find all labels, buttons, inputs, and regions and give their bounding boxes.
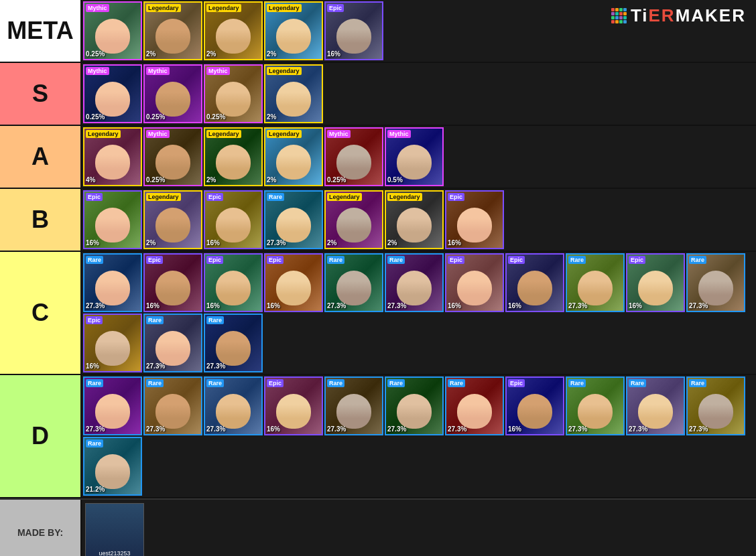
char-card[interactable]: Mythic0.25% <box>83 64 142 123</box>
char-face <box>638 394 673 429</box>
char-face <box>155 331 190 366</box>
char-face <box>578 394 613 429</box>
char-face <box>638 271 673 305</box>
char-card[interactable]: Mythic0.25% <box>83 1 142 60</box>
char-card[interactable]: Mythic0.25% <box>324 127 383 186</box>
char-card[interactable]: Legendary2% <box>204 1 263 60</box>
char-card[interactable]: Legendary2% <box>143 190 202 249</box>
char-card[interactable]: Rare27.3% <box>686 376 745 435</box>
rarity-badge: Legendary <box>267 4 302 12</box>
rate-text: 2% <box>327 239 336 247</box>
char-face <box>397 208 432 242</box>
rate-text: 27.3% <box>327 302 346 309</box>
rate-text: 16% <box>448 302 461 309</box>
footer-username: uest213253 <box>97 549 131 556</box>
char-card[interactable]: Rare27.3% <box>566 253 625 312</box>
char-card[interactable]: Legendary2% <box>385 190 444 249</box>
rarity-badge: Rare <box>568 379 586 387</box>
char-card[interactable]: Rare27.3% <box>143 314 202 372</box>
tiermaker-logo-text: TiERMAKER <box>631 5 746 26</box>
char-face <box>457 271 492 305</box>
char-card[interactable]: Epic16% <box>445 253 504 312</box>
char-card[interactable]: Rare27.3% <box>385 253 444 312</box>
char-face <box>216 394 251 429</box>
char-card[interactable]: Legendary2% <box>204 127 263 186</box>
tier-row-a: ALegendary4%Mythic0.25%Legendary2%Legend… <box>0 126 756 189</box>
char-card[interactable]: Epic16% <box>83 314 142 372</box>
rate-text: 27.3% <box>267 239 286 247</box>
char-card[interactable]: Epic16% <box>264 253 323 312</box>
char-card[interactable]: Rare27.3% <box>83 376 142 435</box>
char-card[interactable]: Mythic0.25% <box>204 64 263 123</box>
char-card[interactable]: Legendary2% <box>324 190 383 249</box>
char-card[interactable]: Rare27.3% <box>445 376 504 435</box>
rarity-badge: Epic <box>146 256 163 264</box>
char-face <box>336 208 371 242</box>
tier-items-s: Mythic0.25%Mythic0.25%Mythic0.25%Legenda… <box>80 63 756 125</box>
char-card[interactable]: Legendary4% <box>83 127 142 186</box>
rarity-badge: Legendary <box>206 130 241 138</box>
rarity-badge: Rare <box>267 193 284 201</box>
char-card[interactable]: Epic16% <box>204 190 263 249</box>
rarity-badge: Epic <box>629 256 645 264</box>
char-card[interactable]: Epic16% <box>626 253 685 312</box>
char-card[interactable]: Rare21.2% <box>83 437 142 496</box>
char-face <box>155 82 190 117</box>
tier-items-c: Rare27.3%Epic16%Epic16%Epic16%Rare27.3%R… <box>80 252 756 374</box>
tiermaker-branding: TiERMAKER <box>611 5 746 26</box>
char-card[interactable]: Rare27.3% <box>264 190 323 249</box>
char-card[interactable]: Epic16% <box>324 1 383 60</box>
char-card[interactable]: Rare27.3% <box>626 376 685 435</box>
rarity-badge: Rare <box>689 379 706 387</box>
char-card[interactable]: Rare27.3% <box>204 314 263 372</box>
char-card[interactable]: Epic16% <box>505 253 564 312</box>
char-card[interactable]: Mythic0.25% <box>143 64 202 123</box>
char-card[interactable]: Rare27.3% <box>324 376 383 435</box>
footer-user-card: uest213253 <box>85 503 144 556</box>
char-card[interactable]: Legendary2% <box>143 1 202 60</box>
char-face <box>276 208 311 242</box>
char-card[interactable]: Epic16% <box>264 376 323 435</box>
char-face <box>216 271 251 305</box>
rate-text: 27.3% <box>689 302 708 309</box>
char-card[interactable]: Rare27.3% <box>83 253 142 312</box>
tier-row-c: CRare27.3%Epic16%Epic16%Epic16%Rare27.3%… <box>0 252 756 375</box>
char-card[interactable]: Rare27.3% <box>566 376 625 435</box>
char-card[interactable]: Rare27.3% <box>686 253 745 312</box>
char-card[interactable]: Legendary2% <box>264 1 323 60</box>
char-face <box>155 19 190 54</box>
char-card[interactable]: Epic16% <box>505 376 564 435</box>
char-face <box>216 145 251 180</box>
tier-items-b: Epic16%Legendary2%Epic16%Rare27.3%Legend… <box>80 189 756 251</box>
rarity-badge: Legendary <box>86 130 121 138</box>
char-card[interactable]: Rare27.3% <box>204 376 263 435</box>
rarity-badge: Mythic <box>206 67 230 75</box>
rarity-badge: Rare <box>387 379 405 387</box>
char-card[interactable]: Epic16% <box>445 190 504 249</box>
char-card[interactable]: Epic16% <box>204 253 263 312</box>
char-card[interactable]: Rare27.3% <box>324 253 383 312</box>
char-card[interactable]: Rare27.3% <box>385 376 444 435</box>
char-card[interactable]: Mythic0.5% <box>385 127 444 186</box>
rate-text: 27.3% <box>206 362 225 370</box>
char-card[interactable]: Mythic0.25% <box>143 127 202 186</box>
rate-text: 16% <box>508 302 521 309</box>
rate-text: 27.3% <box>327 425 346 433</box>
char-card[interactable]: Legendary2% <box>264 127 323 186</box>
rate-text: 0.5% <box>387 176 403 184</box>
char-face <box>397 394 432 429</box>
char-face <box>698 271 733 305</box>
char-card[interactable]: Epic16% <box>83 190 142 249</box>
rarity-badge: Rare <box>146 316 164 324</box>
char-card[interactable]: Epic16% <box>143 253 202 312</box>
char-card[interactable]: Rare27.3% <box>143 376 202 435</box>
rarity-badge: Rare <box>387 256 405 264</box>
char-face <box>276 394 311 429</box>
rate-text: 4% <box>86 176 95 184</box>
char-card[interactable]: Legendary2% <box>264 64 323 123</box>
rate-text: 2% <box>146 50 155 58</box>
rarity-badge: Mythic <box>146 67 170 75</box>
rarity-badge: Rare <box>86 439 103 447</box>
rate-text: 16% <box>146 302 160 309</box>
rate-text: 27.3% <box>689 425 708 433</box>
